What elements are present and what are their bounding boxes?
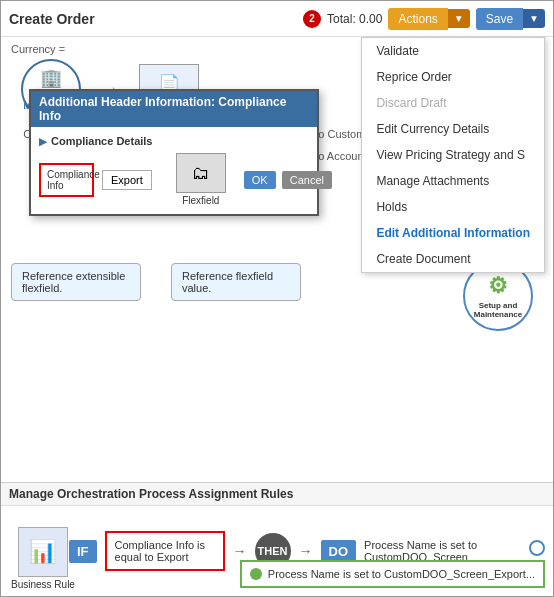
- save-button[interactable]: Save: [476, 8, 523, 30]
- actions-dropdown-arrow[interactable]: ▼: [448, 9, 470, 28]
- orchestration-title: Manage Orchestration Process Assignment …: [1, 483, 553, 506]
- actions-dropdown-menu: Validate Reprice Order Discard Draft Edi…: [361, 37, 545, 273]
- orchestration-body: 📊 Business Rule IF Compliance Info is eq…: [1, 506, 553, 596]
- callout-left: Reference extensible flexfield.: [11, 263, 141, 301]
- modal-fields-row: Compliance Info Export 🗂 Flexfield OK Ca…: [39, 153, 309, 206]
- bottom-right: Process Name is set to CustomDOO_Screen_…: [240, 540, 545, 588]
- flexfield-area: 🗂 Flexfield: [176, 153, 226, 206]
- menu-item-pricing[interactable]: View Pricing Strategy and S: [362, 142, 544, 168]
- menu-item-currency[interactable]: Edit Currency Details: [362, 116, 544, 142]
- error-badge: 2: [303, 10, 321, 28]
- gear-icon: ⚙: [488, 273, 508, 299]
- actions-button[interactable]: Actions: [388, 8, 447, 30]
- cancel-button[interactable]: Cancel: [282, 171, 332, 189]
- export-button[interactable]: Export: [102, 170, 152, 190]
- menu-item-create-doc[interactable]: Create Document: [362, 246, 544, 272]
- compliance-info-box: Compliance Info: [39, 163, 94, 197]
- header-right: 2 Total: 0.00 Actions ▼ Save ▼: [303, 8, 545, 30]
- modal-body: ▶ Compliance Details Compliance Info Exp…: [31, 127, 317, 214]
- header: Create Order 2 Total: 0.00 Actions ▼ Sav…: [1, 1, 553, 37]
- total-label: Total: 0.00: [327, 12, 382, 26]
- menu-item-reprice[interactable]: Reprice Order: [362, 64, 544, 90]
- menu-item-discard: Discard Draft: [362, 90, 544, 116]
- business-rule-icon: 📊: [18, 527, 68, 577]
- green-dot-icon: [250, 568, 262, 580]
- page-title: Create Order: [9, 11, 95, 27]
- small-circle-icon: [529, 540, 545, 556]
- business-rule-area: 📊 Business Rule: [11, 527, 75, 590]
- collapse-triangle-icon[interactable]: ▶: [39, 136, 47, 147]
- callouts-section: Reference extensible flexfield. Referenc…: [11, 263, 301, 301]
- save-dropdown-arrow[interactable]: ▼: [523, 9, 545, 28]
- additional-header-modal: Additional Header Information: Complianc…: [29, 89, 319, 216]
- flexfield-icon: 🗂: [176, 153, 226, 193]
- process-result-box: Process Name is set to CustomDOO_Screen_…: [240, 560, 545, 588]
- menu-item-edit-additional[interactable]: Edit Additional Information: [362, 220, 544, 246]
- save-btn-group: Save ▼: [476, 8, 545, 30]
- menu-item-validate[interactable]: Validate: [362, 38, 544, 64]
- bottom-section: Manage Orchestration Process Assignment …: [1, 482, 553, 596]
- actions-btn-group: Actions ▼: [388, 8, 469, 30]
- menu-item-attachments[interactable]: Manage Attachments: [362, 168, 544, 194]
- menu-item-holds[interactable]: Holds: [362, 194, 544, 220]
- callout-right: Reference flexfield value.: [171, 263, 301, 301]
- ok-cancel-row: OK Cancel: [244, 171, 332, 189]
- ok-button[interactable]: OK: [244, 171, 276, 189]
- main-container: Create Order 2 Total: 0.00 Actions ▼ Sav…: [0, 0, 554, 597]
- building-icon: 🏢: [40, 67, 62, 89]
- modal-title: Additional Header Information: Complianc…: [31, 91, 317, 127]
- condition-box: Compliance Info is equal to Export: [105, 531, 225, 571]
- modal-section-title: ▶ Compliance Details: [39, 135, 309, 147]
